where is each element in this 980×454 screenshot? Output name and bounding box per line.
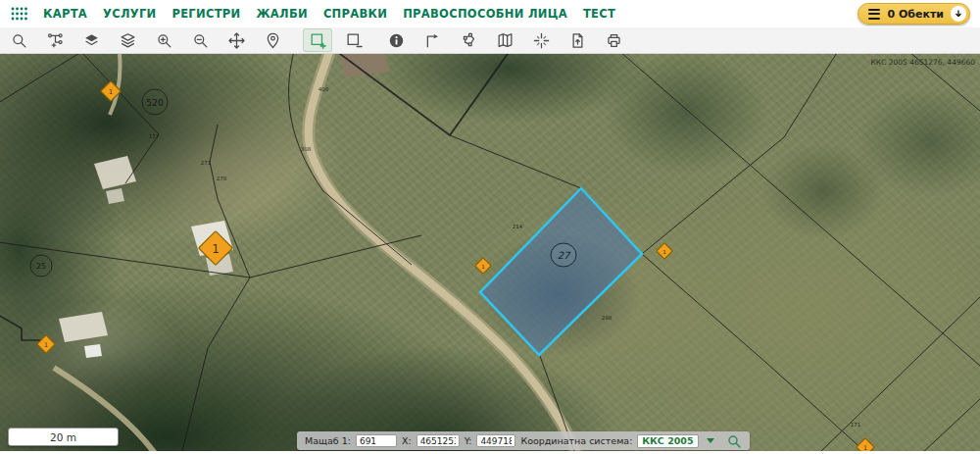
main-menu: КАРТА УСЛУГИ РЕГИСТРИ ЖАЛБИ СПРАВКИ ПРАВ… xyxy=(43,7,615,21)
crs-value: ККС 2005 xyxy=(642,435,693,446)
layers-visibility-tool-button[interactable] xyxy=(76,28,106,52)
scale-bar-label: 20 m xyxy=(50,431,76,443)
objects-button[interactable]: 0 Обекти xyxy=(858,3,970,25)
pan-tool-button[interactable] xyxy=(221,28,251,52)
network-select-tool-button[interactable] xyxy=(40,28,70,52)
menu-item-registri[interactable]: РЕГИСТРИ xyxy=(172,7,240,21)
circle-label-text: 520 xyxy=(146,97,164,108)
search-tool-button[interactable] xyxy=(4,28,33,52)
gis-application: КАРТА УСЛУГИ РЕГИСТРИ ЖАЛБИ СПРАВКИ ПРАВ… xyxy=(0,0,980,454)
menu-item-zhalbi[interactable]: ЖАЛБИ xyxy=(256,7,307,21)
parcel-number-label: 171 xyxy=(851,422,861,428)
diamond-marker[interactable]: 1 xyxy=(475,258,491,274)
parcel-number-label: 308 xyxy=(301,146,312,152)
diamond-marker[interactable]: 1 xyxy=(37,335,55,353)
select-rectangle-add-tool-button[interactable] xyxy=(303,28,332,52)
parcel-number-label: 271 xyxy=(201,160,212,166)
crs-label: Координатна система: xyxy=(520,435,632,446)
objects-count-label: 0 Обекти xyxy=(887,8,944,21)
parcel-number-labels-layer: 409177308214298171271278 xyxy=(149,86,861,428)
dirt-road xyxy=(54,54,578,451)
hamburger-icon xyxy=(868,9,880,20)
zoom-in-tool-button[interactable] xyxy=(149,28,178,52)
parcel-number-label: 177 xyxy=(149,133,160,139)
diamond-marker-label: 1 xyxy=(863,444,867,451)
export-tool-button[interactable] xyxy=(563,28,592,52)
map-canvas[interactable]: 27 52025 409177308214298171271278 111111… xyxy=(0,54,980,451)
snap-crosshair-tool-button[interactable] xyxy=(526,28,556,52)
crs-dropdown-arrow-icon[interactable] xyxy=(707,438,714,443)
menu-item-uslugi[interactable]: УСЛУГИ xyxy=(103,7,156,21)
diamond-marker[interactable]: 1 xyxy=(657,243,672,259)
menu-item-test[interactable]: ТЕСТ xyxy=(583,7,615,21)
polygon-select-tool-button[interactable] xyxy=(454,28,483,52)
layers-tool-button[interactable] xyxy=(113,28,142,52)
parcel-number-label: 298 xyxy=(602,315,612,321)
menu-item-pravosposobni-litsa[interactable]: ПРАВОСПОСОБНИ ЛИЦА xyxy=(403,7,567,21)
parcel-number-label: 409 xyxy=(318,86,329,92)
select-rectangle-remove-tool-button[interactable] xyxy=(339,28,368,52)
coordinates-search-icon[interactable] xyxy=(726,433,742,449)
diamond-markers-layer: 111111 xyxy=(37,81,874,451)
diamond-marker-label: 1 xyxy=(662,249,666,255)
print-tool-button[interactable] xyxy=(599,28,628,52)
map-overview-tool-button[interactable] xyxy=(490,28,519,52)
map-status-bar: Мащаб 1: X: Y: Координатна система: ККС … xyxy=(297,431,750,450)
locate-tool-button[interactable] xyxy=(258,28,287,52)
y-coordinate-input[interactable] xyxy=(476,434,515,447)
info-tool-button[interactable] xyxy=(381,28,411,52)
map-overlay: 27 52025 409177308214298171271278 111111… xyxy=(0,54,980,451)
diamond-marker-label: 1 xyxy=(44,341,48,348)
x-label: X: xyxy=(402,435,412,446)
selected-parcel-layer[interactable]: 27 xyxy=(480,188,642,355)
expand-down-icon[interactable] xyxy=(951,6,966,22)
circle-labels-layer: 52025 xyxy=(30,89,168,277)
diamond-marker-label: 1 xyxy=(212,242,220,256)
apps-grid-icon[interactable] xyxy=(10,5,29,23)
diamond-marker-label: 1 xyxy=(109,88,113,96)
menu-item-karta[interactable]: КАРТА xyxy=(43,7,87,21)
crs-select[interactable]: ККС 2005 xyxy=(637,434,698,448)
selected-parcel-number: 27 xyxy=(558,250,571,261)
top-menu-bar: КАРТА УСЛУГИ РЕГИСТРИ ЖАЛБИ СПРАВКИ ПРАВ… xyxy=(0,0,980,27)
scale-label: Мащаб 1: xyxy=(305,435,351,446)
x-coordinate-input[interactable] xyxy=(416,434,460,447)
zoom-out-tool-button[interactable] xyxy=(185,28,215,52)
scale-input[interactable] xyxy=(356,434,397,447)
circle-label-text: 25 xyxy=(36,262,46,271)
y-label: Y: xyxy=(465,435,472,446)
parcel-boundaries xyxy=(0,54,980,451)
diamond-marker[interactable]: 1 xyxy=(857,438,874,451)
parcel-number-label: 278 xyxy=(217,176,227,181)
corner-measure-tool-button[interactable] xyxy=(417,28,447,52)
selected-parcel-polygon[interactable] xyxy=(480,188,642,355)
scale-bar: 20 m xyxy=(8,428,119,446)
parcel-number-label: 214 xyxy=(513,224,523,229)
mouse-position-readout: ККС 2005 4651276, 449660 xyxy=(870,58,975,67)
menu-item-spravki[interactable]: СПРАВКИ xyxy=(323,7,387,21)
map-toolbar xyxy=(0,27,980,54)
diamond-marker-label: 1 xyxy=(481,264,485,270)
